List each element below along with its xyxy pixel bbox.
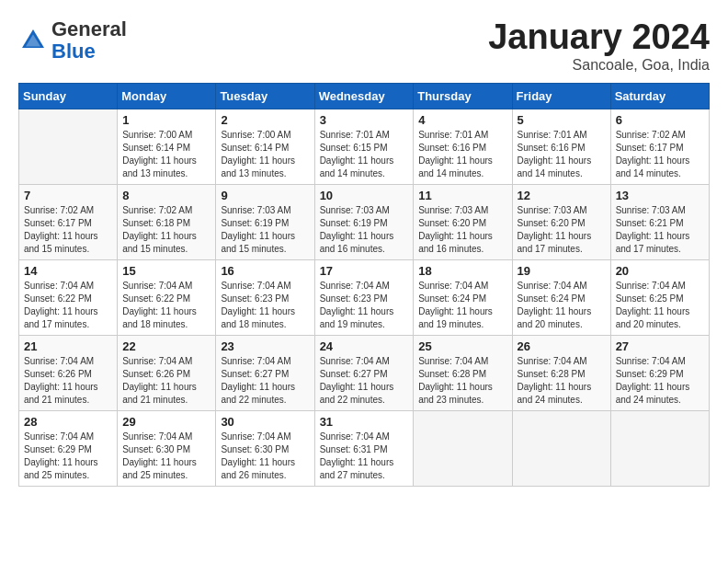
header-sunday: Sunday [19, 83, 118, 109]
day-number: 18 [418, 264, 506, 278]
week-row-3: 14Sunrise: 7:04 AM Sunset: 6:22 PM Dayli… [19, 259, 710, 335]
day-cell: 29Sunrise: 7:04 AM Sunset: 6:30 PM Dayli… [118, 410, 216, 486]
day-number: 6 [616, 113, 704, 127]
day-cell: 7Sunrise: 7:02 AM Sunset: 6:17 PM Daylig… [19, 184, 118, 259]
day-info: Sunrise: 7:03 AM Sunset: 6:19 PM Dayligh… [221, 204, 309, 256]
day-number: 8 [122, 189, 210, 202]
header-monday: Monday [118, 83, 216, 109]
day-info: Sunrise: 7:04 AM Sunset: 6:24 PM Dayligh… [418, 280, 506, 331]
day-info: Sunrise: 7:04 AM Sunset: 6:22 PM Dayligh… [122, 280, 210, 331]
day-info: Sunrise: 7:04 AM Sunset: 6:23 PM Dayligh… [320, 280, 409, 331]
day-info: Sunrise: 7:00 AM Sunset: 6:14 PM Dayligh… [221, 129, 309, 180]
day-number: 4 [418, 113, 506, 127]
day-cell: 11Sunrise: 7:03 AM Sunset: 6:20 PM Dayli… [414, 184, 512, 259]
day-number: 23 [221, 339, 309, 353]
day-cell: 2Sunrise: 7:00 AM Sunset: 6:14 PM Daylig… [216, 109, 314, 184]
header-saturday: Saturday [610, 83, 709, 109]
day-cell: 16Sunrise: 7:04 AM Sunset: 6:23 PM Dayli… [216, 259, 314, 335]
logo-blue: Blue [51, 40, 96, 63]
day-cell: 4Sunrise: 7:01 AM Sunset: 6:16 PM Daylig… [414, 109, 512, 184]
day-cell: 5Sunrise: 7:01 AM Sunset: 6:16 PM Daylig… [512, 109, 610, 184]
day-info: Sunrise: 7:02 AM Sunset: 6:17 PM Dayligh… [24, 204, 112, 256]
day-cell: 18Sunrise: 7:04 AM Sunset: 6:24 PM Dayli… [414, 259, 512, 335]
header-thursday: Thursday [414, 83, 512, 109]
day-info: Sunrise: 7:04 AM Sunset: 6:29 PM Dayligh… [24, 431, 112, 482]
day-number: 13 [616, 189, 704, 202]
day-cell: 3Sunrise: 7:01 AM Sunset: 6:15 PM Daylig… [314, 109, 414, 184]
day-number: 7 [24, 189, 112, 202]
day-number: 17 [320, 264, 409, 278]
day-cell: 23Sunrise: 7:04 AM Sunset: 6:27 PM Dayli… [216, 335, 314, 410]
header-wednesday: Wednesday [314, 83, 414, 109]
day-info: Sunrise: 7:04 AM Sunset: 6:30 PM Dayligh… [122, 431, 210, 482]
calendar-title: January 2024 [488, 18, 710, 57]
day-number: 20 [616, 264, 704, 278]
day-cell: 8Sunrise: 7:02 AM Sunset: 6:18 PM Daylig… [118, 184, 216, 259]
logo-general: General [51, 17, 127, 40]
day-info: Sunrise: 7:04 AM Sunset: 6:23 PM Dayligh… [221, 280, 309, 331]
day-cell: 19Sunrise: 7:04 AM Sunset: 6:24 PM Dayli… [512, 259, 610, 335]
day-number: 30 [221, 415, 309, 429]
logo-area: General Blue [18, 18, 127, 63]
day-number: 15 [122, 264, 210, 278]
day-number: 31 [320, 415, 409, 429]
header-friday: Friday [512, 83, 610, 109]
day-info: Sunrise: 7:04 AM Sunset: 6:31 PM Dayligh… [320, 431, 409, 482]
day-cell: 26Sunrise: 7:04 AM Sunset: 6:28 PM Dayli… [512, 335, 610, 410]
weekday-header-row: Sunday Monday Tuesday Wednesday Thursday… [19, 83, 710, 109]
day-info: Sunrise: 7:03 AM Sunset: 6:21 PM Dayligh… [616, 204, 704, 256]
day-info: Sunrise: 7:00 AM Sunset: 6:14 PM Dayligh… [122, 129, 210, 180]
day-number: 5 [518, 113, 606, 127]
logo-icon [18, 26, 48, 55]
day-cell: 20Sunrise: 7:04 AM Sunset: 6:25 PM Dayli… [610, 259, 709, 335]
day-info: Sunrise: 7:03 AM Sunset: 6:20 PM Dayligh… [518, 204, 606, 256]
day-number: 21 [24, 339, 112, 353]
day-number: 25 [418, 339, 506, 353]
day-info: Sunrise: 7:04 AM Sunset: 6:27 PM Dayligh… [320, 355, 409, 407]
day-info: Sunrise: 7:04 AM Sunset: 6:22 PM Dayligh… [24, 280, 112, 331]
day-cell: 25Sunrise: 7:04 AM Sunset: 6:28 PM Dayli… [414, 335, 512, 410]
week-row-4: 21Sunrise: 7:04 AM Sunset: 6:26 PM Dayli… [19, 335, 710, 410]
day-cell: 17Sunrise: 7:04 AM Sunset: 6:23 PM Dayli… [314, 259, 414, 335]
day-cell: 1Sunrise: 7:00 AM Sunset: 6:14 PM Daylig… [118, 109, 216, 184]
day-number: 26 [518, 339, 606, 353]
page-wrapper: General Blue January 2024 Sancoale, Goa,… [18, 18, 710, 487]
day-info: Sunrise: 7:04 AM Sunset: 6:27 PM Dayligh… [221, 355, 309, 407]
day-cell: 10Sunrise: 7:03 AM Sunset: 6:19 PM Dayli… [314, 184, 414, 259]
day-cell: 14Sunrise: 7:04 AM Sunset: 6:22 PM Dayli… [19, 259, 118, 335]
calendar-subtitle: Sancoale, Goa, India [488, 57, 710, 74]
day-cell: 21Sunrise: 7:04 AM Sunset: 6:26 PM Dayli… [19, 335, 118, 410]
day-info: Sunrise: 7:02 AM Sunset: 6:18 PM Dayligh… [122, 204, 210, 256]
day-info: Sunrise: 7:01 AM Sunset: 6:16 PM Dayligh… [418, 129, 506, 180]
day-cell: 15Sunrise: 7:04 AM Sunset: 6:22 PM Dayli… [118, 259, 216, 335]
day-info: Sunrise: 7:04 AM Sunset: 6:26 PM Dayligh… [122, 355, 210, 407]
day-cell: 13Sunrise: 7:03 AM Sunset: 6:21 PM Dayli… [610, 184, 709, 259]
day-number: 12 [518, 189, 606, 202]
day-number: 29 [122, 415, 210, 429]
day-info: Sunrise: 7:01 AM Sunset: 6:15 PM Dayligh… [320, 129, 409, 180]
day-info: Sunrise: 7:01 AM Sunset: 6:16 PM Dayligh… [518, 129, 606, 180]
day-cell: 6Sunrise: 7:02 AM Sunset: 6:17 PM Daylig… [610, 109, 709, 184]
day-info: Sunrise: 7:04 AM Sunset: 6:26 PM Dayligh… [24, 355, 112, 407]
day-info: Sunrise: 7:04 AM Sunset: 6:24 PM Dayligh… [518, 280, 606, 331]
day-number: 14 [24, 264, 112, 278]
day-info: Sunrise: 7:02 AM Sunset: 6:17 PM Dayligh… [616, 129, 704, 180]
calendar-table: Sunday Monday Tuesday Wednesday Thursday… [18, 83, 710, 487]
header: General Blue January 2024 Sancoale, Goa,… [18, 18, 710, 74]
day-cell: 24Sunrise: 7:04 AM Sunset: 6:27 PM Dayli… [314, 335, 414, 410]
day-info: Sunrise: 7:04 AM Sunset: 6:30 PM Dayligh… [221, 431, 309, 482]
day-cell: 12Sunrise: 7:03 AM Sunset: 6:20 PM Dayli… [512, 184, 610, 259]
day-cell [512, 410, 610, 486]
day-number: 11 [418, 189, 506, 202]
day-info: Sunrise: 7:04 AM Sunset: 6:25 PM Dayligh… [616, 280, 704, 331]
day-number: 24 [320, 339, 409, 353]
day-cell: 28Sunrise: 7:04 AM Sunset: 6:29 PM Dayli… [19, 410, 118, 486]
day-number: 1 [122, 113, 210, 127]
day-cell: 30Sunrise: 7:04 AM Sunset: 6:30 PM Dayli… [216, 410, 314, 486]
week-row-2: 7Sunrise: 7:02 AM Sunset: 6:17 PM Daylig… [19, 184, 710, 259]
day-info: Sunrise: 7:04 AM Sunset: 6:29 PM Dayligh… [616, 355, 704, 407]
week-row-5: 28Sunrise: 7:04 AM Sunset: 6:29 PM Dayli… [19, 410, 710, 486]
day-cell: 31Sunrise: 7:04 AM Sunset: 6:31 PM Dayli… [314, 410, 414, 486]
day-cell [414, 410, 512, 486]
day-info: Sunrise: 7:03 AM Sunset: 6:20 PM Dayligh… [418, 204, 506, 256]
